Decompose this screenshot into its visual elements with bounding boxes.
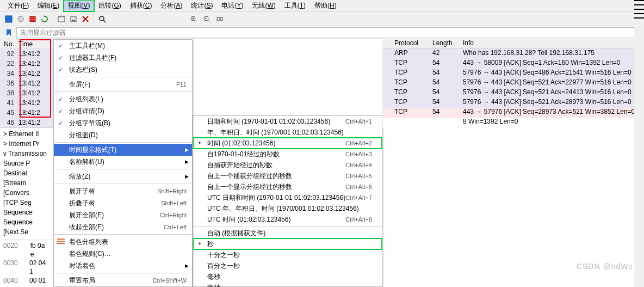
submenu-item[interactable]: 时间 (01:02:03.123456)Ctrl+Alt+2 bbox=[193, 138, 382, 149]
menu-item[interactable]: 时间显示格式(T)▶ bbox=[54, 144, 192, 156]
menu-item[interactable]: 状态栏(S) bbox=[54, 64, 192, 76]
close-icon[interactable] bbox=[80, 14, 91, 25]
zoom-out-icon[interactable] bbox=[201, 14, 212, 25]
bookmark-icon[interactable] bbox=[3, 27, 14, 38]
submenu-item[interactable]: 自1970-01-01经过的秒数Ctrl+Alt+3 bbox=[193, 149, 382, 160]
menu-item[interactable]: 展开全部(E)Ctrl+Right bbox=[54, 209, 192, 221]
menu-t[interactable]: 工具(T) bbox=[280, 0, 310, 11]
submenu-item[interactable]: 自捕获开始经过的秒数Ctrl+Alt+4 bbox=[193, 160, 382, 170]
detail-line[interactable]: > Ethernet II bbox=[3, 129, 50, 139]
search-icon[interactable] bbox=[97, 14, 108, 25]
submenu-item[interactable]: 十分之一秒 bbox=[193, 249, 382, 260]
menu-item[interactable]: 分组详情(D) bbox=[54, 105, 192, 117]
menu-item[interactable]: 全屏(F)F11 bbox=[54, 78, 192, 90]
packet-row[interactable]: 4613:41:2 bbox=[0, 118, 53, 127]
menubar: 文件(F)编辑(E)视图(V)跳转(G)捕获(C)分析(A)统计(S)电话(Y)… bbox=[0, 0, 644, 12]
detail-line[interactable]: [Convers bbox=[3, 188, 50, 198]
time-format-submenu[interactable]: 日期和时间 (1970-01-01 01:02:03.123456)Ctrl+A… bbox=[193, 115, 382, 287]
detail-line[interactable]: Sequence bbox=[3, 217, 50, 227]
submenu-item[interactable]: 毫秒 bbox=[193, 271, 382, 282]
packet-row[interactable]: TCP5457976 → 443 [ACK] Seq=521 Ack=28973… bbox=[382, 98, 644, 108]
menu-item[interactable]: 过滤器工具栏(F) bbox=[54, 52, 192, 64]
menu-w[interactable]: 无线(W) bbox=[247, 0, 280, 11]
detail-line[interactable]: [Stream bbox=[3, 178, 50, 188]
submenu-item[interactable]: 秒 bbox=[193, 239, 382, 249]
submenu-item[interactable]: 自上一个显示分组经过的秒数Ctrl+Alt+6 bbox=[193, 181, 382, 192]
toolbar-icon[interactable] bbox=[27, 14, 38, 25]
packet-map-strip[interactable] bbox=[634, 39, 644, 287]
submenu-item[interactable]: 微秒 bbox=[193, 282, 382, 287]
submenu-item[interactable]: UTC 年、年积日、时间 (1970/001 01:02:03.123456) bbox=[193, 203, 382, 214]
menu-item[interactable]: 展开子树Shift+Right bbox=[54, 185, 192, 197]
detail-line[interactable]: v Transmission bbox=[3, 149, 50, 158]
packet-row[interactable]: 4113:41:2 bbox=[0, 98, 53, 108]
submenu-item[interactable]: 自上一个捕获分组经过的秒数Ctrl+Alt+5 bbox=[193, 170, 382, 181]
detail-line[interactable]: Sequence bbox=[3, 207, 50, 217]
column-length[interactable]: Length bbox=[432, 39, 463, 48]
menu-c[interactable]: 捕获(C) bbox=[126, 0, 157, 11]
column-protocol[interactable]: Protocol bbox=[394, 39, 432, 48]
menu-item[interactable]: 分组列表(L) bbox=[54, 93, 192, 105]
menu-item[interactable]: 主工具栏(M) bbox=[54, 40, 192, 52]
menu-f[interactable]: 文件(F) bbox=[3, 0, 33, 11]
view-menu[interactable]: 主工具栏(M)过滤器工具栏(F)状态栏(S)全屏(F)F11分组列表(L)分组详… bbox=[53, 39, 193, 287]
menu-item[interactable]: 重置布局Ctrl+Shift+W bbox=[54, 274, 192, 286]
hex-line[interactable]: 004000 01 e bbox=[3, 276, 50, 287]
menu-v[interactable]: 视图(V) bbox=[64, 0, 94, 11]
menu-item[interactable]: 分组图(D) bbox=[54, 129, 192, 141]
detail-line[interactable]: [Next Se bbox=[3, 227, 50, 237]
packet-row[interactable]: TCP5457976 → 443 [ACK] Seq=486 Ack=21541… bbox=[382, 69, 644, 78]
display-filter-input[interactable] bbox=[16, 27, 641, 38]
hex-line[interactable]: 003002 04 1 bbox=[3, 259, 50, 276]
submenu-item[interactable]: 百分之一秒 bbox=[193, 260, 382, 271]
submenu-item[interactable]: 日期和时间 (1970-01-01 01:02:03.123456)Ctrl+A… bbox=[193, 116, 382, 127]
svg-line-13 bbox=[208, 20, 209, 22]
submenu-item[interactable]: UTC 时间 (01:02:03.123456)Ctrl+Alt+8 bbox=[193, 214, 382, 225]
submenu-item[interactable]: 自动 (根据捕获文件) bbox=[193, 228, 382, 239]
submenu-item[interactable]: UTC 日期和时间 (1970-01-01 01:02:03.123456)Ct… bbox=[193, 192, 382, 203]
column-time[interactable]: Time bbox=[16, 40, 53, 48]
toolbar-icon[interactable] bbox=[15, 14, 26, 25]
packet-row[interactable]: 4513:41:2 bbox=[0, 108, 53, 118]
toolbar-icon[interactable] bbox=[3, 14, 14, 25]
menu-h[interactable]: 帮助(H) bbox=[310, 0, 341, 11]
restart-icon[interactable] bbox=[39, 14, 50, 25]
menu-item[interactable]: 折叠子树Shift+Left bbox=[54, 197, 192, 209]
menu-item[interactable]: 对话着色▶ bbox=[54, 260, 192, 272]
hex-line[interactable]: 0020fb 0a e bbox=[3, 241, 50, 259]
packet-row[interactable]: TCP54443 → 57976 [ACK] Seq=28973 Ack=521… bbox=[382, 108, 644, 118]
packet-row[interactable]: ARP42Who has 192.168.31.28? Tell 192.168… bbox=[382, 49, 644, 59]
menu-item[interactable]: 收起全部(E)Ctrl+Left bbox=[54, 221, 192, 233]
menu-item[interactable]: 着色规则(C)… bbox=[54, 248, 192, 260]
menu-e[interactable]: 编辑(E) bbox=[33, 0, 64, 11]
detail-line[interactable]: > Internet Pr bbox=[3, 139, 50, 149]
svg-point-6 bbox=[100, 16, 104, 21]
packet-row[interactable]: 9213:41:2 bbox=[0, 49, 53, 59]
toolbar-icon[interactable] bbox=[56, 14, 67, 25]
menu-a[interactable]: 分析(A) bbox=[156, 0, 187, 11]
zoom-in-icon[interactable] bbox=[188, 14, 199, 25]
menu-g[interactable]: 跳转(G) bbox=[94, 0, 125, 11]
menu-item[interactable]: 着色分组列表 bbox=[54, 236, 192, 248]
column-info[interactable]: Info bbox=[463, 39, 474, 48]
submenu-item[interactable]: 年、年积日、时间 (1970/001 01:02:03.123456) bbox=[193, 127, 382, 138]
detail-line[interactable]: Destinat bbox=[3, 168, 50, 178]
detail-line[interactable]: Source P bbox=[3, 158, 50, 168]
packet-row[interactable]: TCP54443 → 58009 [ACK] Seq=1 Ack=160 Win… bbox=[382, 59, 644, 69]
menu-s[interactable]: 统计(S) bbox=[187, 0, 217, 11]
packet-row[interactable]: 3813:41:2 bbox=[0, 88, 53, 98]
menu-item[interactable]: 分组字节流(B) bbox=[54, 117, 192, 129]
packet-row[interactable]: 3613:41:2 bbox=[0, 78, 53, 88]
menu-y[interactable]: 电话(Y) bbox=[217, 0, 247, 11]
column-no[interactable]: No. bbox=[0, 40, 16, 48]
hex-pane: 0020fb 0a e003002 04 1004000 01 e00504c … bbox=[0, 240, 53, 287]
detail-line[interactable]: [TCP Seg bbox=[3, 198, 50, 207]
packet-row[interactable]: TCP5457976 → 443 [ACK] Seq=521 Ack=24413… bbox=[382, 88, 644, 98]
toolbar-icon[interactable] bbox=[68, 14, 79, 25]
packet-row[interactable]: 2213:41:2 bbox=[0, 59, 53, 69]
menu-item[interactable]: 缩放(Z)▶ bbox=[54, 170, 192, 182]
packet-row[interactable]: 3413:41:2 bbox=[0, 69, 53, 78]
menu-item[interactable]: 名称解析(U)▶ bbox=[54, 156, 192, 168]
zoom-reset-icon[interactable] bbox=[214, 14, 225, 25]
packet-row[interactable]: TCP5457976 → 443 [ACK] Seq=521 Ack=22977… bbox=[382, 78, 644, 88]
